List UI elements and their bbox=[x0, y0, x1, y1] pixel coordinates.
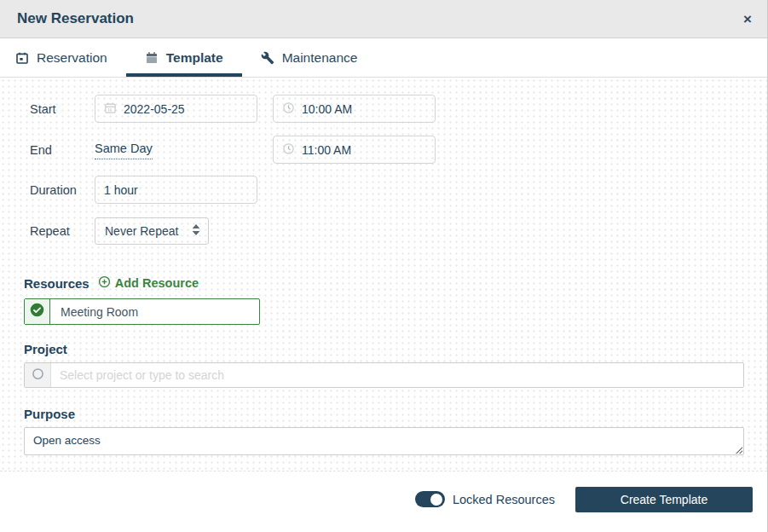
modal-footer: Locked Resources Create Template bbox=[0, 471, 767, 532]
clock-icon bbox=[282, 101, 295, 117]
add-resource-button[interactable]: Add Resource bbox=[98, 275, 199, 291]
select-arrows-icon bbox=[192, 224, 200, 238]
tab-maintenance[interactable]: Maintenance bbox=[242, 38, 377, 77]
project-select-input[interactable] bbox=[24, 362, 744, 388]
repeat-selected-value: Never Repeat bbox=[105, 224, 178, 238]
locked-resources-toggle-group[interactable]: Locked Resources bbox=[415, 491, 555, 507]
clock-icon bbox=[282, 142, 295, 158]
resource-name: Meeting Room bbox=[50, 299, 138, 324]
create-template-button[interactable]: Create Template bbox=[575, 487, 753, 512]
duration-input[interactable] bbox=[95, 176, 257, 204]
resource-status-cell[interactable] bbox=[25, 299, 50, 324]
end-time-input[interactable] bbox=[273, 136, 436, 164]
modal-body: Start bbox=[0, 78, 767, 471]
purpose-label: Purpose bbox=[24, 407, 743, 421]
calendar-filled-icon bbox=[145, 51, 159, 65]
add-resource-label: Add Resource bbox=[115, 276, 199, 290]
toggle-knob bbox=[429, 492, 444, 507]
resources-label: Resources bbox=[24, 276, 90, 291]
start-label: Start bbox=[30, 102, 95, 116]
end-row: End Same Day bbox=[30, 136, 743, 164]
project-label: Project bbox=[24, 342, 743, 356]
project-icon-cell bbox=[25, 363, 51, 387]
tab-label: Template bbox=[166, 50, 223, 66]
locked-resources-label: Locked Resources bbox=[453, 493, 555, 506]
start-time-input[interactable] bbox=[273, 95, 436, 123]
calendar-outline-icon bbox=[15, 51, 29, 65]
tab-label: Maintenance bbox=[282, 50, 358, 66]
duration-row: Duration bbox=[30, 176, 743, 204]
end-time-value[interactable] bbox=[302, 143, 426, 157]
repeat-label: Repeat bbox=[30, 224, 95, 238]
start-date-input[interactable] bbox=[95, 95, 257, 123]
start-date-value[interactable] bbox=[124, 102, 248, 116]
plus-circle-icon bbox=[98, 275, 111, 291]
repeat-row: Repeat Never Repeat bbox=[30, 217, 743, 245]
tab-template[interactable]: Template bbox=[126, 38, 242, 77]
purpose-textarea[interactable]: Open access bbox=[24, 427, 744, 455]
duration-value[interactable] bbox=[104, 183, 248, 197]
close-icon[interactable]: × bbox=[743, 12, 752, 26]
new-reservation-modal: New Reservation × Reservation bbox=[0, 0, 768, 532]
tab-bar: Reservation Template Maintenance bbox=[0, 38, 767, 78]
repeat-select[interactable]: Never Repeat bbox=[95, 217, 209, 245]
wrench-icon bbox=[261, 51, 274, 65]
project-search-input[interactable] bbox=[51, 363, 743, 387]
end-label: End bbox=[30, 143, 95, 157]
duration-label: Duration bbox=[30, 183, 95, 197]
start-row: Start bbox=[30, 95, 743, 123]
resource-item[interactable]: Meeting Room bbox=[24, 298, 260, 325]
locked-resources-toggle[interactable] bbox=[415, 491, 445, 507]
check-circle-icon bbox=[30, 303, 44, 321]
circle-icon bbox=[32, 367, 44, 384]
resources-header: Resources Add Resource bbox=[24, 275, 743, 291]
same-day-link[interactable]: Same Day bbox=[95, 140, 153, 159]
tab-label: Reservation bbox=[37, 50, 107, 66]
purpose-field-wrap: Open access bbox=[24, 427, 744, 455]
start-time-value[interactable] bbox=[302, 102, 426, 116]
modal-title: New Reservation bbox=[17, 10, 134, 27]
modal-header: New Reservation × bbox=[0, 0, 767, 38]
calendar-icon bbox=[104, 101, 117, 117]
tab-reservation[interactable]: Reservation bbox=[15, 38, 126, 77]
